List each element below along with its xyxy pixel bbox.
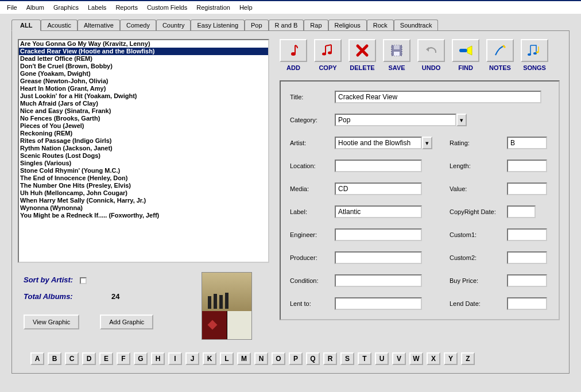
tab-pop[interactable]: Pop xyxy=(245,20,269,30)
tab-rap[interactable]: Rap xyxy=(304,20,328,30)
view-graphic-button[interactable]: View Graphic xyxy=(24,315,79,329)
alpha-n[interactable]: N xyxy=(254,352,268,365)
alpha-d[interactable]: D xyxy=(82,352,96,365)
list-item[interactable]: Grease (Newton-John, Olivia) xyxy=(19,77,268,85)
alpha-j[interactable]: J xyxy=(185,352,199,365)
alpha-r[interactable]: R xyxy=(323,352,337,365)
alpha-k[interactable]: K xyxy=(203,352,216,365)
menu-labels[interactable]: Labels xyxy=(83,3,111,12)
alpha-z[interactable]: Z xyxy=(461,352,475,365)
album-list[interactable]: Are You Gonna Go My Way (Kravitz, Lenny)… xyxy=(18,39,269,263)
menu-album[interactable]: Album xyxy=(22,3,49,12)
category-combo[interactable] xyxy=(335,114,456,126)
menu-reports[interactable]: Reports xyxy=(111,3,142,12)
alpha-y[interactable]: Y xyxy=(444,352,458,365)
list-item[interactable]: Cracked Rear View (Hootie and the Blowfi… xyxy=(19,48,268,55)
tab-r-and-b[interactable]: R and B xyxy=(269,20,304,30)
menu-help[interactable]: Help xyxy=(235,3,257,12)
tab-comedy[interactable]: Comedy xyxy=(120,20,156,30)
length-input[interactable] xyxy=(507,160,547,172)
list-item[interactable]: The End of Innocence (Henley, Don) xyxy=(19,174,268,182)
list-item[interactable]: The Number One Hits (Presley, Elvis) xyxy=(19,182,268,189)
menu-registration[interactable]: Registration xyxy=(192,3,235,12)
list-item[interactable]: Just Lookin' for a Hit (Yoakam, Dwight) xyxy=(19,92,268,100)
custom2-input[interactable] xyxy=(507,251,547,264)
alpha-x[interactable]: X xyxy=(427,352,440,365)
list-item[interactable]: Reckoning (REM) xyxy=(19,130,268,137)
list-item[interactable]: Don't Be Cruel (Brown, Bobby) xyxy=(19,63,268,70)
alpha-c[interactable]: C xyxy=(65,352,79,365)
alpha-l[interactable]: L xyxy=(220,352,234,365)
artist-combo[interactable] xyxy=(335,137,422,149)
list-item[interactable]: Heart In Motion (Grant, Amy) xyxy=(19,85,268,92)
alpha-v[interactable]: V xyxy=(392,352,406,365)
tab-alternative[interactable]: Alternative xyxy=(78,20,120,30)
list-item[interactable]: No Fences (Brooks, Garth) xyxy=(19,115,268,122)
add-graphic-button[interactable]: Add Graphic xyxy=(100,315,153,329)
alpha-q[interactable]: Q xyxy=(306,352,320,365)
alpha-w[interactable]: W xyxy=(409,352,423,365)
lenddate-input[interactable] xyxy=(507,297,547,310)
alpha-e[interactable]: E xyxy=(99,352,113,365)
tab-country[interactable]: Country xyxy=(156,20,191,30)
alpha-i[interactable]: I xyxy=(168,352,182,365)
rating-input[interactable] xyxy=(507,137,547,149)
custom1-input[interactable] xyxy=(507,228,547,241)
alpha-u[interactable]: U xyxy=(375,352,389,365)
media-input[interactable] xyxy=(335,183,422,195)
title-input[interactable] xyxy=(335,91,541,103)
category-dropdown-button[interactable]: ▾ xyxy=(456,114,467,126)
condition-input[interactable] xyxy=(335,274,422,287)
list-item[interactable]: Scenic Routes (Lost Dogs) xyxy=(19,152,268,160)
list-item[interactable]: Rythm Nation (Jackson, Janet) xyxy=(19,145,268,152)
list-item[interactable]: Gone (Yoakam, Dwight) xyxy=(19,70,268,77)
alpha-t[interactable]: T xyxy=(358,352,371,365)
list-item[interactable]: Rites of Passage (Indigo Girls) xyxy=(19,137,268,145)
tab-religious[interactable]: Religious xyxy=(328,20,367,30)
list-item[interactable]: Much Afraid (Jars of Clay) xyxy=(19,100,268,107)
list-item[interactable]: Stone Cold Rhymin' (Young M.C.) xyxy=(19,167,268,174)
list-item[interactable]: Are You Gonna Go My Way (Kravitz, Lenny) xyxy=(19,40,268,48)
add-button[interactable]: ADD xyxy=(280,39,307,71)
list-item[interactable]: Singles (Various) xyxy=(19,160,268,167)
alpha-f[interactable]: F xyxy=(117,352,130,365)
list-item[interactable]: When Harry Met Sally (Connick, Harry, Jr… xyxy=(19,197,268,204)
list-item[interactable]: Nice and Easy (Sinatra, Frank) xyxy=(19,107,268,115)
find-button[interactable]: FIND xyxy=(452,39,479,71)
menu-file[interactable]: File xyxy=(2,3,22,12)
value-input[interactable] xyxy=(507,183,547,195)
sort-by-artist-checkbox[interactable] xyxy=(80,277,87,284)
songs-button[interactable]: SONGS xyxy=(521,39,548,71)
list-item[interactable]: Pieces of You (Jewel) xyxy=(19,122,268,130)
notes-button[interactable]: NOTES xyxy=(486,39,514,71)
alpha-h[interactable]: H xyxy=(151,352,165,365)
alpha-g[interactable]: G xyxy=(134,352,148,365)
alpha-m[interactable]: M xyxy=(237,352,251,365)
save-button[interactable]: SAVE xyxy=(383,39,410,71)
tab-soundtrack[interactable]: Soundtrack xyxy=(394,20,439,30)
list-item[interactable]: Wynonna (Wynonna) xyxy=(19,204,268,212)
delete-button[interactable]: DELETE xyxy=(348,39,376,71)
label-input[interactable] xyxy=(335,205,422,218)
buyprice-input[interactable] xyxy=(507,274,547,287)
producer-input[interactable] xyxy=(335,251,422,264)
copy-button[interactable]: COPY xyxy=(314,39,342,71)
list-item[interactable]: Dead letter Office (REM) xyxy=(19,55,268,63)
location-input[interactable] xyxy=(335,160,422,172)
menu-custom-fields[interactable]: Custom Fields xyxy=(142,3,192,12)
tab-easy-listening[interactable]: Easy Listening xyxy=(191,20,245,30)
lentto-input[interactable] xyxy=(335,297,422,310)
alpha-a[interactable]: A xyxy=(30,352,44,365)
alpha-s[interactable]: S xyxy=(340,352,354,365)
alpha-p[interactable]: P xyxy=(289,352,303,365)
list-item[interactable]: You Might be a Redneck If..... (Foxworth… xyxy=(19,212,268,219)
artist-dropdown-button[interactable]: ▾ xyxy=(422,137,432,149)
tab-acoustic[interactable]: Acoustic xyxy=(41,20,78,30)
undo-button[interactable]: UNDO xyxy=(417,39,445,71)
copyright-input[interactable] xyxy=(507,205,536,218)
tab-all[interactable]: ALL xyxy=(11,20,41,31)
engineer-input[interactable] xyxy=(335,228,422,241)
list-item[interactable]: Uh Huh (Melloncamp, John Cougar) xyxy=(19,189,268,197)
alpha-b[interactable]: B xyxy=(48,352,61,365)
menu-graphics[interactable]: Graphics xyxy=(49,3,83,12)
